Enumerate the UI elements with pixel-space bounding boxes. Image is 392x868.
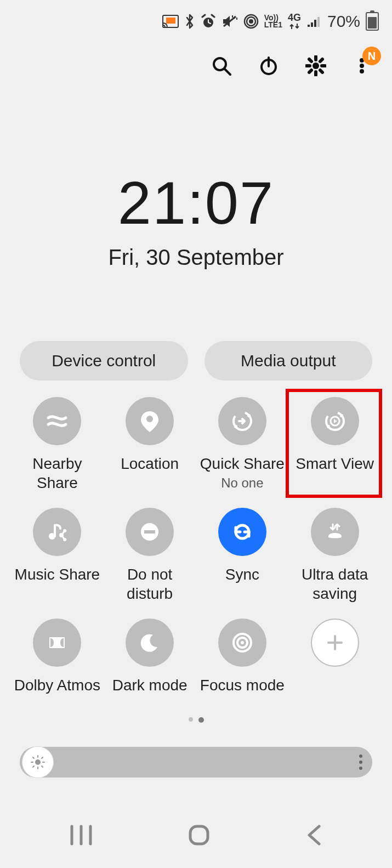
svg-line-23 xyxy=(309,70,311,72)
tile-label: Nearby Share xyxy=(11,454,104,492)
tile-quick-share[interactable]: Quick Share No one xyxy=(196,397,289,492)
tile-nearby-share[interactable]: Nearby Share xyxy=(11,397,104,492)
volte-label: Vo)) LTE1 xyxy=(264,14,282,28)
nearby-share-icon xyxy=(33,397,81,445)
svg-point-25 xyxy=(360,64,364,68)
tile-sublabel: No one xyxy=(221,475,263,491)
focus-target-icon xyxy=(218,619,266,667)
tile-add[interactable] xyxy=(288,619,381,712)
settings-gear-icon[interactable] xyxy=(305,55,326,76)
nav-home-icon[interactable] xyxy=(187,823,211,847)
music-share-icon xyxy=(33,508,81,556)
cast-icon xyxy=(162,15,179,28)
search-icon[interactable] xyxy=(211,55,232,76)
location-pin-icon xyxy=(126,397,174,445)
battery-percent: 70% xyxy=(327,12,360,31)
tile-label: Location xyxy=(118,454,181,473)
quick-settings-grid: Nearby Share Location Quick Share No one xyxy=(0,381,392,712)
power-icon[interactable] xyxy=(258,55,279,76)
tile-sync[interactable]: Sync xyxy=(196,508,289,603)
device-control-button[interactable]: Device control xyxy=(20,341,188,381)
svg-line-55 xyxy=(42,766,43,767)
signal-icon xyxy=(306,15,322,28)
tile-dark-mode[interactable]: Dark mode xyxy=(104,619,196,712)
dolby-icon xyxy=(33,619,81,667)
tile-label: Smart View xyxy=(293,454,376,473)
svg-rect-8 xyxy=(311,22,313,27)
tile-dolby-atmos[interactable]: Dolby Atmos xyxy=(11,619,104,712)
brightness-thumb[interactable] xyxy=(22,746,54,778)
tile-music-share[interactable]: Music Share xyxy=(11,508,104,603)
tile-label: Focus mode xyxy=(198,676,287,695)
tile-smart-view[interactable]: Smart View xyxy=(288,397,381,492)
svg-rect-61 xyxy=(190,826,208,844)
tile-label: Sync xyxy=(223,565,262,584)
bluetooth-icon xyxy=(184,14,195,29)
network-label: 4G xyxy=(288,13,301,30)
brightness-slider[interactable] xyxy=(20,747,372,778)
svg-line-54 xyxy=(33,757,34,758)
clock-area: 21:07 Fri, 30 September xyxy=(0,168,392,270)
svg-point-35 xyxy=(49,533,55,540)
svg-rect-7 xyxy=(308,25,310,27)
tile-ultra-data-saving[interactable]: Ultra data saving xyxy=(288,508,381,603)
hotspot-icon xyxy=(243,14,259,29)
svg-rect-1 xyxy=(166,18,175,24)
svg-point-30 xyxy=(234,425,237,428)
svg-point-15 xyxy=(313,63,319,69)
data-saving-icon xyxy=(311,508,359,556)
svg-point-4 xyxy=(249,19,253,24)
dnd-icon xyxy=(126,508,174,556)
navigation-bar xyxy=(0,802,392,868)
svg-rect-10 xyxy=(317,17,320,27)
svg-line-12 xyxy=(225,69,230,75)
mute-icon xyxy=(221,14,238,29)
status-bar: Vo)) LTE1 4G 70% xyxy=(0,0,392,33)
svg-rect-9 xyxy=(314,20,316,27)
tile-label: Music Share xyxy=(13,565,103,584)
svg-point-49 xyxy=(35,759,41,765)
tile-label: Dolby Atmos xyxy=(12,676,103,695)
svg-point-26 xyxy=(360,69,364,73)
media-output-button[interactable]: Media output xyxy=(204,341,373,381)
svg-point-29 xyxy=(247,414,251,417)
quick-share-icon xyxy=(218,397,266,445)
battery-icon xyxy=(366,12,379,31)
clock-date: Fri, 30 September xyxy=(0,245,392,270)
smart-view-icon xyxy=(311,397,359,445)
brightness-menu-icon[interactable] xyxy=(359,754,362,770)
overflow-menu-icon[interactable]: N xyxy=(353,56,371,75)
svg-line-57 xyxy=(33,766,34,767)
tile-dnd[interactable]: Do not disturb xyxy=(104,508,196,603)
nav-back-icon[interactable] xyxy=(305,823,323,847)
page-dot-active xyxy=(198,717,204,723)
pill-row: Device control Media output xyxy=(0,341,392,381)
svg-point-33 xyxy=(340,414,343,417)
tile-location[interactable]: Location xyxy=(104,397,196,492)
alarm-icon xyxy=(201,14,216,29)
svg-line-56 xyxy=(42,757,43,758)
svg-point-46 xyxy=(241,641,244,644)
tile-label: Dark mode xyxy=(110,676,190,695)
page-dot xyxy=(189,717,193,722)
svg-point-34 xyxy=(327,425,330,428)
notification-badge: N xyxy=(362,47,381,65)
tile-label: Do not disturb xyxy=(104,565,196,603)
top-action-row: N xyxy=(0,33,392,86)
page-indicator xyxy=(0,717,392,723)
svg-line-20 xyxy=(309,59,311,61)
svg-line-21 xyxy=(320,70,322,72)
tile-label: Ultra data saving xyxy=(288,565,381,603)
clock-time: 21:07 xyxy=(0,168,392,237)
svg-point-27 xyxy=(146,416,153,422)
nav-recents-icon[interactable] xyxy=(69,824,94,846)
sun-icon xyxy=(31,755,45,769)
plus-icon xyxy=(311,619,359,667)
moon-icon xyxy=(126,619,174,667)
brightness-slider-wrap xyxy=(20,747,372,778)
tile-label: Quick Share xyxy=(198,454,287,473)
svg-line-22 xyxy=(320,59,322,61)
sync-icon xyxy=(218,508,266,556)
svg-rect-42 xyxy=(144,530,155,534)
tile-focus-mode[interactable]: Focus mode xyxy=(196,619,289,712)
